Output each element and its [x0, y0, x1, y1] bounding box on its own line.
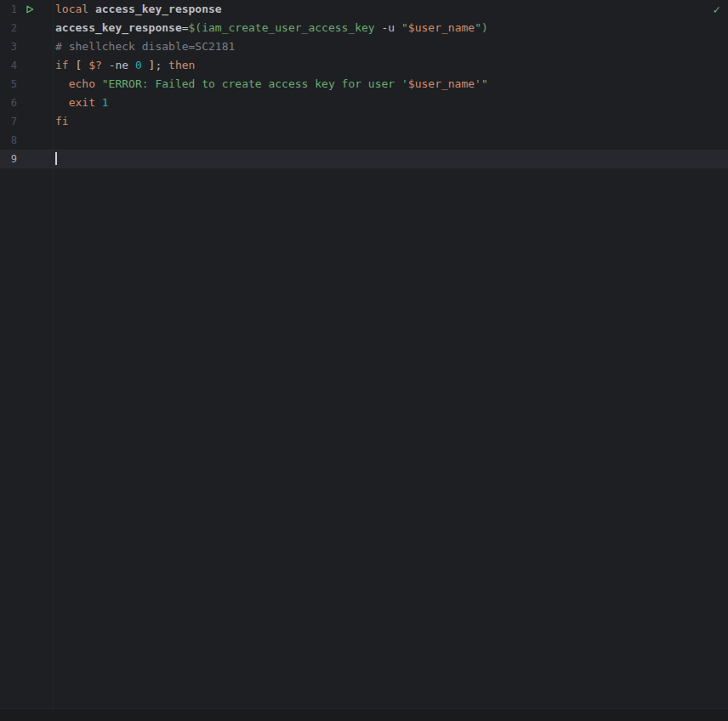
code-line-text[interactable]: if [ $? -ne 0 ]; then	[53, 56, 728, 75]
code-token: ];	[142, 59, 168, 71]
line-number[interactable]: 4	[3, 56, 17, 75]
code-token	[55, 96, 69, 109]
inspections-ok-icon[interactable]: ✓	[714, 2, 720, 17]
code-token	[95, 96, 102, 109]
code-token	[55, 77, 69, 90]
code-line[interactable]: 3# shellcheck disable=SC2181	[0, 37, 728, 56]
line-number[interactable]: 9	[3, 150, 17, 168]
code-line-text[interactable]: access_key_response=$(iam_create_user_ac…	[53, 19, 728, 37]
code-line-text[interactable]: # shellcheck disable=SC2181	[53, 37, 728, 56]
code-token: $user_name	[408, 21, 475, 34]
code-line-text[interactable]: exit 1	[53, 94, 728, 112]
code-line-text[interactable]: local access_key_response	[53, 0, 728, 19]
line-number[interactable]: 1	[3, 0, 17, 19]
code-token: "	[475, 21, 481, 34]
line-number[interactable]: 6	[3, 94, 17, 112]
code-token: =	[182, 21, 189, 34]
code-token: "	[401, 21, 408, 34]
gutter: 2	[0, 19, 53, 37]
gutter: 4	[0, 56, 53, 75]
code-line-text[interactable]: echo "ERROR: Failed to create access key…	[53, 75, 728, 94]
code-line[interactable]: 2access_key_response=$(iam_create_user_a…	[0, 19, 728, 37]
code-line-text[interactable]: fi	[53, 112, 728, 131]
gutter: 5	[0, 75, 53, 94]
code-token: iam_create_user_access_key	[202, 21, 375, 34]
line-number[interactable]: 3	[3, 37, 17, 56]
gutter-icon-slot	[25, 78, 37, 90]
gutter-icon-slot	[25, 134, 37, 146]
code-token: -u	[382, 21, 395, 34]
code-token: access_key_response	[95, 3, 222, 15]
code-token: '"	[475, 77, 488, 90]
gutter: 6	[0, 94, 53, 112]
code-token	[88, 3, 95, 15]
code-token: -ne	[109, 59, 128, 71]
code-editor[interactable]: 1local access_key_response2access_key_re…	[0, 0, 728, 721]
gutter-icon-slot	[25, 97, 37, 109]
code-line[interactable]: 8	[0, 131, 728, 150]
code-token: local	[55, 3, 88, 15]
code-line[interactable]: 9	[0, 150, 728, 168]
code-line[interactable]: 7fi	[0, 112, 728, 131]
gutter-icon-slot	[25, 153, 37, 165]
code-line-text[interactable]	[53, 131, 728, 150]
run-icon[interactable]	[25, 3, 37, 15]
code-lines: 1local access_key_response2access_key_re…	[0, 0, 728, 168]
code-token: exit	[69, 96, 95, 109]
code-token: then	[168, 59, 195, 71]
code-token: echo	[69, 77, 95, 90]
code-line[interactable]: 5 echo "ERROR: Failed to create access k…	[0, 75, 728, 94]
code-token: [	[69, 59, 88, 71]
code-token	[375, 21, 382, 34]
code-token: 0	[135, 59, 142, 71]
code-line[interactable]: 1local access_key_response	[0, 0, 728, 19]
line-number[interactable]: 5	[3, 75, 17, 94]
code-token: "ERROR: Failed to create access key for …	[102, 77, 408, 90]
gutter-icon-slot	[25, 22, 37, 34]
code-token: $?	[88, 59, 102, 71]
code-token	[95, 77, 102, 90]
code-token	[102, 59, 109, 71]
line-number[interactable]: 2	[3, 19, 17, 37]
code-token	[128, 59, 135, 71]
code-token: # shellcheck disable=SC2181	[55, 40, 235, 53]
code-token: fi	[55, 115, 69, 128]
code-token: $user_name	[408, 77, 475, 90]
code-token: 1	[102, 96, 109, 109]
gutter: 7	[0, 112, 53, 131]
gutter-icon-slot	[25, 116, 37, 128]
code-token: if	[55, 59, 69, 71]
gutter: 8	[0, 131, 53, 150]
line-number[interactable]: 7	[3, 112, 17, 131]
code-token: access_key_response	[55, 21, 182, 34]
code-token: $(	[189, 21, 202, 34]
gutter: 3	[0, 37, 53, 56]
line-number[interactable]: 8	[3, 131, 17, 150]
code-line[interactable]: 6 exit 1	[0, 94, 728, 112]
gutter-icon-slot	[25, 60, 37, 71]
gutter-icon-slot	[25, 41, 37, 53]
gutter: 9	[0, 150, 53, 168]
code-line-text[interactable]	[53, 150, 728, 168]
gutter: 1	[0, 0, 53, 19]
status-bar-area	[0, 708, 728, 721]
code-token: )	[481, 21, 488, 34]
text-caret	[55, 152, 57, 165]
code-line[interactable]: 4if [ $? -ne 0 ]; then	[0, 56, 728, 75]
code-token	[395, 21, 401, 34]
